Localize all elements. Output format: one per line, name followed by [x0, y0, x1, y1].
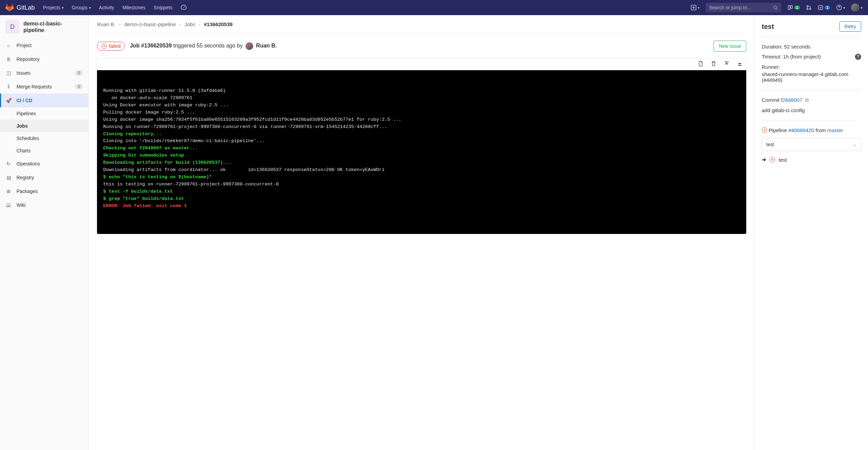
issues-icon [788, 5, 793, 10]
header-right: ▾ 1 1 ▾ ▾ [691, 3, 862, 12]
user-avatar[interactable] [246, 42, 253, 50]
commit-message: add gitlab-ci config [762, 105, 861, 115]
svg-point-1 [774, 6, 777, 9]
copy-icon[interactable]: ⧉ [805, 97, 809, 103]
nav-dashboard-icon[interactable] [181, 4, 187, 11]
todos-badge: 1 [825, 6, 830, 10]
raw-log-icon[interactable] [698, 61, 703, 67]
runner-row: Runner: shared-runners-manager-4.gitlab.… [762, 62, 861, 85]
breadcrumbs: Ruan B. › demo-ci-basic-pipeline › Jobs … [97, 15, 746, 34]
registry-icon: ▤ [6, 175, 12, 180]
job-title: Job #136620539 triggered 55 seconds ago … [130, 42, 277, 50]
issues-icon: ◫ [6, 70, 12, 76]
sidebar-item-project[interactable]: ⌂Project [0, 39, 88, 52]
triggered-text: triggered 55 seconds ago by [172, 43, 244, 49]
plus-box-icon [691, 5, 696, 10]
new-dropdown[interactable]: ▾ [691, 5, 699, 10]
job-name-title: test [762, 23, 774, 31]
file-icon: 🗎 [6, 56, 12, 62]
gitlab-logo[interactable]: GitLab [6, 3, 35, 12]
job-header: ✕ failed Job #136620539 triggered 55 sec… [97, 34, 746, 58]
scroll-bottom-icon[interactable] [737, 61, 742, 67]
arrow-right-icon: ➔ [762, 157, 766, 163]
header-help[interactable]: ▾ [836, 5, 845, 10]
header-todos[interactable]: 1 [818, 5, 830, 10]
sidebar-sub-pipelines[interactable]: Pipelines [0, 107, 88, 120]
sidebar-item-merge-requests[interactable]: ↧Merge Requests0 [0, 80, 88, 94]
sidebar-item-cicd[interactable]: 🚀CI / CD [0, 94, 88, 107]
job-details-panel: test Retry Duration: 52 seconds Timeout:… [755, 15, 868, 450]
nav-milestones[interactable]: Milestones [122, 5, 145, 10]
sidebar: D demo-ci-basic-pipeline ⌂Project 🗎Repos… [0, 15, 89, 450]
sidebar-sub-jobs[interactable]: Jobs [0, 120, 88, 132]
chevron-down-icon: ⌄ [853, 142, 857, 147]
wiki-icon: 🕮 [6, 202, 12, 208]
retry-button[interactable]: Retry [839, 21, 861, 32]
sidebar-item-operations[interactable]: ↻Operations [0, 157, 88, 171]
help-icon[interactable]: ? [855, 54, 861, 60]
duration-row: Duration: 52 seconds [762, 42, 861, 52]
merge-request-icon: ↧ [6, 84, 12, 89]
search-box[interactable] [706, 3, 781, 12]
svg-point-4 [807, 6, 808, 7]
stage-select[interactable]: test ⌄ [762, 138, 861, 151]
issues-badge: 1 [794, 6, 800, 10]
avatar [851, 3, 859, 12]
sidebar-item-wiki[interactable]: 🕮Wiki [0, 198, 88, 212]
new-issue-button[interactable]: New issue [714, 41, 746, 52]
search-input[interactable] [709, 5, 770, 10]
erase-log-icon[interactable] [711, 61, 716, 67]
sidebar-item-registry[interactable]: ▤Registry [0, 171, 88, 184]
todos-icon [818, 5, 823, 10]
branch-link[interactable]: master [827, 127, 843, 133]
header-issues[interactable]: 1 [788, 5, 800, 10]
timeout-row: Timeout: 1h (from project) ? [762, 52, 861, 62]
crumb-sep: › [179, 21, 181, 27]
rocket-icon: 🚀 [6, 98, 12, 103]
log-toolbar [97, 58, 746, 70]
packages-icon: ⊞ [6, 189, 12, 194]
nav-projects[interactable]: Projects▾ [43, 5, 64, 10]
sidebar-item-packages[interactable]: ⊞Packages [0, 184, 88, 198]
crumb-jobs[interactable]: Jobs [184, 21, 195, 27]
chevron-down-icon: ▾ [843, 6, 845, 10]
project-header[interactable]: D demo-ci-basic-pipeline [0, 15, 88, 39]
scroll-top-icon[interactable] [724, 61, 729, 67]
sidebar-sub-charts[interactable]: Charts [0, 144, 88, 157]
crumb-owner[interactable]: Ruan B. [97, 21, 116, 27]
top-header: GitLab Projects▾ Groups▾ Activity Milest… [0, 0, 868, 15]
crumb-project[interactable]: demo-ci-basic-pipeline [124, 21, 176, 27]
nav-links: Projects▾ Groups▾ Activity Milestones Sn… [43, 4, 187, 11]
pipeline-link[interactable]: #40689420 [788, 127, 814, 133]
merge-request-icon [806, 5, 812, 10]
issues-count: 0 [75, 70, 83, 76]
user-menu[interactable]: ▾ [851, 3, 862, 12]
commit-sha-link[interactable]: f2848007 [781, 97, 803, 103]
home-icon: ⌂ [6, 43, 12, 48]
triggered-by-user[interactable]: Ruan B. [256, 43, 277, 49]
job-log[interactable]: Running with gitlab-runner 11.5.0 (3afda… [97, 70, 746, 234]
x-circle-icon: ✕ [101, 43, 107, 49]
sidebar-item-issues[interactable]: ◫Issues0 [0, 66, 88, 80]
nav-activity[interactable]: Activity [99, 5, 114, 10]
chevron-down-icon: ▾ [861, 6, 862, 10]
sidebar-item-repository[interactable]: 🗎Repository [0, 52, 88, 66]
stage-name: test [766, 142, 774, 147]
pipeline-row: ✕ Pipeline #40689420 from master [762, 125, 861, 135]
nav-groups[interactable]: Groups▾ [72, 5, 91, 10]
header-merge-requests[interactable] [806, 5, 812, 10]
project-avatar: D [6, 20, 19, 34]
search-icon [773, 5, 778, 10]
svg-rect-3 [791, 6, 792, 9]
duration-value: 52 seconds [784, 44, 811, 50]
status-text: failed [109, 43, 120, 49]
job-id: Job #136620539 [130, 43, 172, 49]
crumb-sep: › [199, 21, 200, 27]
mr-count: 0 [75, 84, 83, 89]
svg-point-6 [810, 8, 811, 10]
current-job-row[interactable]: ➔ ✕ test [762, 151, 861, 163]
svg-rect-2 [788, 6, 790, 10]
nav-snippets[interactable]: Snippets [154, 5, 172, 10]
operations-icon: ↻ [6, 161, 12, 167]
sidebar-sub-schedules[interactable]: Schedules [0, 132, 88, 144]
